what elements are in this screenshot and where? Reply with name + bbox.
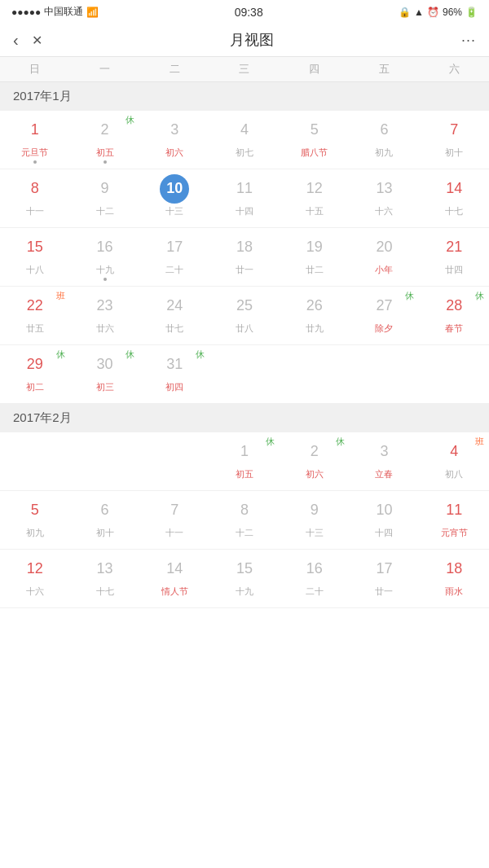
day-cell[interactable]: 休2初六	[280, 432, 350, 491]
day-number: 27	[369, 292, 399, 321]
jan-2017-label: 2017年1月	[0, 82, 489, 111]
day-number: 5	[300, 116, 329, 145]
day-lunar: 初十	[96, 527, 114, 539]
day-number: 12	[300, 174, 329, 204]
day-cell[interactable]: 8十一	[0, 169, 70, 228]
day-cell[interactable]: 23廿六	[70, 287, 140, 345]
day-cell[interactable]: 16十九	[70, 228, 140, 287]
day-lunar: 廿一	[236, 264, 253, 276]
day-number: 7	[439, 116, 469, 145]
day-lunar: 十八	[26, 264, 44, 276]
day-cell	[139, 432, 209, 491]
day-cell[interactable]: 21廿四	[419, 228, 489, 287]
day-lunar: 廿六	[96, 322, 114, 335]
battery-pct: 96%	[443, 7, 462, 18]
day-cell[interactable]: 10十三	[139, 169, 209, 228]
day-cell[interactable]: 9十二	[70, 169, 140, 228]
day-cell[interactable]: 8十二	[209, 491, 280, 550]
day-cell[interactable]: 1元旦节	[0, 111, 70, 169]
nav-bar: ‹ ✕ 月视图 ···	[0, 24, 489, 57]
day-cell[interactable]: 5腊八节	[280, 111, 350, 169]
day-number: 10	[160, 174, 189, 204]
close-button[interactable]: ✕	[32, 33, 42, 48]
day-badge: 休	[196, 349, 205, 361]
day-cell[interactable]: 24廿七	[139, 287, 209, 345]
day-number: 6	[90, 496, 120, 525]
day-lunar: 元宵节	[441, 527, 468, 539]
weekday-wed: 三	[209, 62, 280, 77]
day-lunar: 小年	[375, 264, 393, 276]
status-time: 09:38	[235, 6, 263, 19]
day-lunar: 立春	[375, 468, 393, 480]
day-cell[interactable]: 11十四	[209, 169, 280, 228]
day-cell[interactable]: 休31初四	[139, 345, 209, 404]
day-lunar: 十五	[306, 205, 324, 217]
day-number: 24	[160, 292, 189, 321]
day-cell[interactable]: 休29初二	[0, 345, 70, 404]
day-number: 23	[90, 292, 120, 321]
day-lunar: 初四	[165, 381, 183, 393]
day-cell[interactable]: 3立春	[350, 432, 420, 491]
day-cell[interactable]: 11元宵节	[419, 491, 489, 550]
day-cell[interactable]: 休30初三	[70, 345, 140, 404]
day-cell[interactable]: 班4初八	[419, 432, 489, 491]
day-cell[interactable]: 12十六	[0, 550, 70, 608]
day-lunar: 初十	[445, 147, 463, 159]
day-cell[interactable]: 休28春节	[419, 287, 489, 345]
day-cell[interactable]: 4初七	[209, 111, 280, 169]
feb-calendar-grid: 休1初五休2初六3立春班4初八5初九6初十7十一8十二9十三10十四11元宵节1…	[0, 432, 489, 608]
day-cell	[350, 345, 420, 404]
day-cell[interactable]: 7初十	[419, 111, 489, 169]
day-number: 7	[160, 496, 189, 525]
day-cell[interactable]: 13十六	[350, 169, 420, 228]
day-cell[interactable]: 18廿一	[209, 228, 280, 287]
day-cell[interactable]: 15十八	[0, 228, 70, 287]
day-lunar: 廿五	[26, 322, 44, 335]
day-lunar: 廿四	[445, 264, 463, 276]
day-badge: 休	[126, 349, 134, 361]
day-number: 29	[20, 350, 50, 379]
day-cell[interactable]: 13十七	[70, 550, 140, 608]
day-cell[interactable]: 3初六	[139, 111, 209, 169]
day-lunar: 十七	[96, 585, 114, 598]
day-number: 31	[160, 350, 189, 379]
day-cell[interactable]: 18雨水	[419, 550, 489, 608]
day-number: 30	[90, 350, 120, 379]
day-lunar: 十一	[26, 205, 44, 217]
day-number: 6	[369, 116, 399, 145]
day-cell[interactable]: 班22廿五	[0, 287, 70, 345]
day-cell[interactable]: 7十一	[139, 491, 209, 550]
day-lunar: 廿七	[165, 322, 183, 335]
day-cell[interactable]: 17廿一	[350, 550, 420, 608]
day-cell[interactable]: 15十九	[209, 550, 280, 608]
day-number: 16	[300, 555, 329, 584]
day-cell[interactable]: 休1初五	[209, 432, 280, 491]
day-cell[interactable]: 16二十	[280, 550, 350, 608]
day-badge: 休	[336, 436, 345, 448]
day-cell[interactable]: 17二十	[139, 228, 209, 287]
day-cell[interactable]: 休27除夕	[350, 287, 420, 345]
more-button[interactable]: ···	[461, 32, 476, 49]
day-cell[interactable]: 6初九	[350, 111, 420, 169]
day-cell[interactable]: 14情人节	[139, 550, 209, 608]
day-lunar: 十七	[445, 205, 463, 217]
day-cell[interactable]: 19廿二	[280, 228, 350, 287]
day-cell[interactable]: 10十四	[350, 491, 420, 550]
day-cell[interactable]: 14十七	[419, 169, 489, 228]
day-cell[interactable]: 休2初五	[70, 111, 140, 169]
weekday-tue: 二	[139, 62, 209, 77]
alarm-icon: ⏰	[427, 7, 439, 18]
day-number: 19	[300, 233, 329, 262]
day-cell[interactable]: 5初九	[0, 491, 70, 550]
day-cell[interactable]: 9十三	[280, 491, 350, 550]
day-badge: 休	[405, 290, 414, 302]
day-cell[interactable]: 26廿九	[280, 287, 350, 345]
day-number: 11	[230, 174, 259, 204]
back-button[interactable]: ‹	[13, 31, 19, 50]
day-cell[interactable]: 6初十	[70, 491, 140, 550]
day-cell[interactable]: 20小年	[350, 228, 420, 287]
day-lunar: 除夕	[375, 322, 393, 335]
day-cell[interactable]: 12十五	[280, 169, 350, 228]
day-cell[interactable]: 25廿八	[209, 287, 280, 345]
day-lunar: 初二	[26, 381, 44, 393]
